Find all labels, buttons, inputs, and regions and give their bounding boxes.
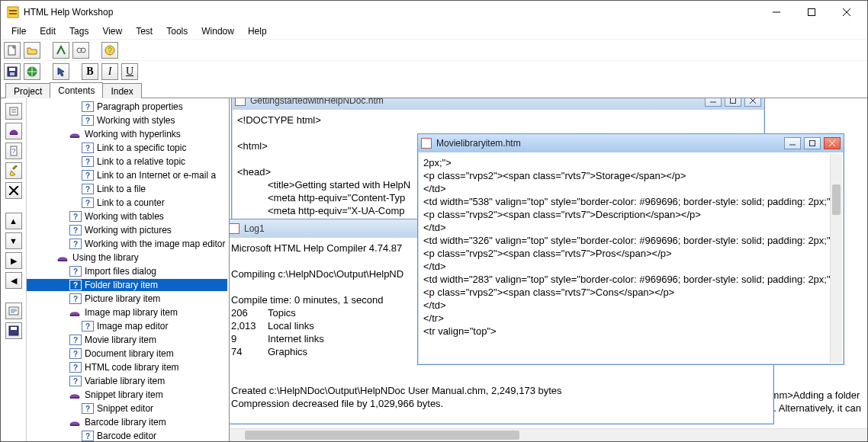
insert-page-icon[interactable]: ? [5,143,22,159]
tree-item[interactable]: ?Document library item [27,348,227,360]
view-source-icon[interactable] [5,303,22,319]
tree-item[interactable]: Using the library [27,251,227,264]
svg-rect-0 [8,7,18,18]
edit-selection-icon[interactable] [5,162,22,179]
tree-item[interactable]: ?Paragraph properties [27,101,227,113]
title-bar: HTML Help Workshop [1,1,867,24]
tree-item[interactable]: ?Barcode editor [27,430,227,441]
vertical-scrollbar[interactable] [830,154,842,363]
minimize-button[interactable] [759,2,794,23]
page-icon: ? [69,239,82,249]
page-icon: ? [82,115,94,126]
insert-heading-icon[interactable] [5,123,22,139]
tree-item[interactable]: ?Snippet editor [27,402,227,415]
tree-item[interactable]: ?Picture library item [27,293,227,305]
tree-item[interactable]: ?Link to a specific topic [27,142,227,154]
tree-item[interactable]: ?Folder library item [27,279,227,291]
svg-rect-35 [70,424,79,426]
menu-tools[interactable]: Tools [160,24,194,38]
tree-item[interactable]: Snippet library item [27,389,227,401]
bold-button[interactable]: B [82,63,98,80]
save-icon[interactable] [4,63,21,80]
child-close-button[interactable] [824,137,841,149]
child-minimize-button[interactable] [705,98,722,107]
child-window-title: Log1 [244,223,265,234]
underline-button[interactable]: U [121,63,138,80]
help-icon[interactable]: ? [101,42,118,59]
tree-item[interactable]: ?Working with styles [27,114,227,127]
svg-rect-4 [809,9,815,16]
select-tool-icon[interactable] [53,63,69,80]
tree-item[interactable]: ?Working with the image map editor [27,238,227,250]
menu-help[interactable]: Help [242,24,273,38]
tree-item[interactable]: ?Working with pictures [27,224,227,236]
tree-item[interactable]: ?Link to a counter [27,197,227,209]
page-icon: ? [69,293,82,304]
tab-index[interactable]: Index [102,83,141,98]
child-window-titlebar[interactable]: GettingstartedwithHelpNDoc.htm [232,98,764,110]
tree-item[interactable]: ?HTML code library item [27,361,227,373]
page-icon: ? [69,280,82,290]
contents-tree[interactable]: ?Paragraph properties?Working with style… [27,98,229,441]
delete-selection-icon[interactable] [5,182,22,199]
svg-rect-14 [10,72,14,75]
menu-edit[interactable]: Edit [34,24,62,38]
tree-item-label: Barcode library item [85,417,166,428]
child-window-movie-library[interactable]: Movielibraryitem.htm 2px;"> <p class="rv… [417,133,844,365]
browser-preview-icon[interactable] [24,63,40,80]
child-close-button[interactable] [744,98,761,107]
tree-item[interactable]: Working with hyperlinks [27,128,227,140]
move-right-icon[interactable]: ▶ [5,252,22,269]
tree-item-label: Picture library item [85,293,160,304]
document-icon [421,138,432,149]
move-down-icon[interactable]: ▼ [5,232,22,249]
tree-item[interactable]: ?Link to a file [27,183,227,195]
move-up-icon[interactable]: ▲ [5,213,22,229]
menu-tags[interactable]: Tags [63,24,95,38]
tree-item[interactable]: Image map library item [27,306,227,319]
tree-item-label: Movie library item [85,335,156,345]
tree-item-label: Working with tables [85,211,164,222]
menu-file[interactable]: File [5,24,32,38]
properties-icon[interactable] [5,103,22,120]
tree-item[interactable]: ?Link to an Internet or e-mail a [27,169,227,181]
tree-item[interactable]: ?Movie library item [27,334,227,346]
tree-item-label: Working with styles [97,115,175,126]
scrollbar-thumb[interactable] [245,431,519,440]
child-maximize-button[interactable] [804,137,821,149]
tree-item[interactable]: ?Link to a relative topic [27,155,227,168]
new-file-icon[interactable] [4,42,21,59]
menu-test[interactable]: Test [130,24,159,38]
tree-item[interactable]: Barcode library item [27,416,227,428]
child-window-titlebar[interactable]: Movielibraryitem.htm [418,134,844,152]
menu-window[interactable]: Window [195,24,240,38]
tree-item[interactable]: ?Image map editor [27,320,227,332]
source-view[interactable]: 2px;"> <p class="rvps2"><span class="rvt… [419,153,843,364]
child-maximize-button[interactable] [725,98,741,107]
view-compiled-icon[interactable] [72,42,89,59]
maximize-button[interactable] [794,2,829,23]
save-contents-icon[interactable] [5,322,22,339]
italic-button[interactable]: I [101,63,118,80]
open-folder-icon[interactable] [24,42,40,59]
book-icon [69,417,82,428]
child-minimize-button[interactable] [784,137,801,149]
close-button[interactable] [829,2,864,23]
contents-toolbar: ? ▲ ▼ ▶ ◀ [1,98,27,441]
svg-rect-16 [10,107,18,115]
compile-icon[interactable] [53,42,69,59]
tab-project[interactable]: Project [5,83,50,98]
page-icon: ? [82,156,94,167]
menu-view[interactable]: View [96,24,128,38]
tab-contents[interactable]: Contents [50,82,103,98]
horizontal-scrollbar[interactable] [230,428,867,441]
scrollbar-thumb[interactable] [832,184,841,215]
move-left-icon[interactable]: ◀ [5,272,22,289]
app-icon [7,6,19,18]
tree-item[interactable]: ?Working with tables [27,210,227,223]
tree-item-label: Snippet library item [85,389,163,400]
tree-item[interactable]: ?Import files dialog [27,265,227,277]
tree-item-label: Document library item [85,348,174,359]
page-icon: ? [69,225,82,235]
tree-item[interactable]: ?Variable library item [27,375,227,387]
